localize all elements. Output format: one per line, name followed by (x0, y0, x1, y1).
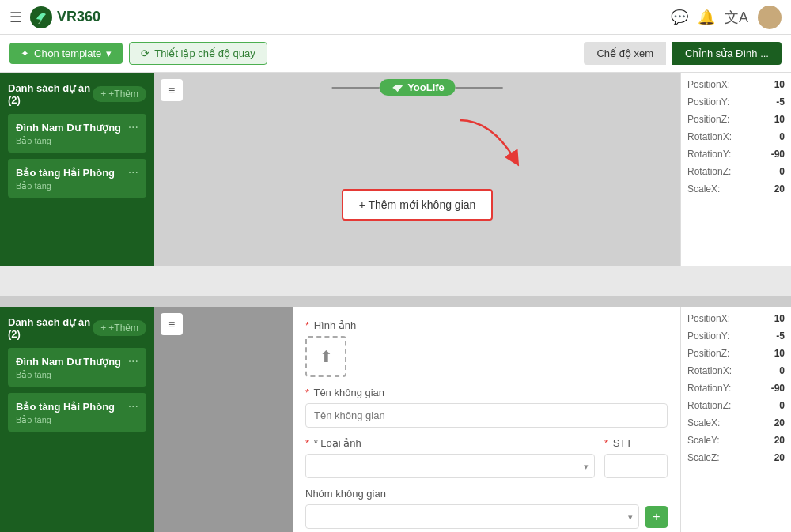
edit-mode-button[interactable]: Chỉnh sửa Đình ... (672, 42, 782, 65)
add-btn-label: +Thêm (108, 89, 138, 100)
b-prop-label: PositionZ: (687, 348, 729, 359)
add-group-button[interactable]: + (645, 506, 668, 528)
bottom-right-panel: PositionX: 10 PositionY: -5 PositionZ: 1… (680, 307, 791, 532)
sidebar: Danh sách dự án (2) + +Thêm Đình Nam Dư … (0, 73, 154, 266)
order-label-text: STT (613, 437, 633, 449)
plus-icon: + (100, 89, 106, 100)
bottom-project-dots-menu-2[interactable]: ··· (128, 399, 138, 413)
choose-template-button[interactable]: ✦ Chọn template ▾ (9, 43, 123, 64)
project-item[interactable]: Đình Nam Dư Thượng ··· Bảo tàng (8, 114, 146, 153)
bottom-canvas-menu-icon[interactable]: ≡ (161, 313, 183, 335)
b-prop-label: RotationX: (687, 365, 732, 376)
bottom-gray-menu: ≡ (154, 307, 293, 341)
main-content: Danh sách dự án (2) + +Thêm Đình Nam Dư … (0, 73, 791, 266)
prop-label: RotationY: (687, 149, 731, 160)
image-section-label: * Hình ảnh (305, 319, 668, 331)
prop-label: PositionX: (687, 79, 730, 90)
canvas-area: ≡ YooLife (154, 73, 680, 266)
bottom-project-name: Đình Nam Dư Thượng (16, 356, 121, 368)
type-select[interactable] (305, 454, 595, 478)
yoolife-line-right (456, 87, 503, 89)
prop-value: 10 (774, 79, 785, 90)
prop-label: RotationZ: (687, 166, 731, 177)
header: ☰ VR360 💬 🔔 文A (0, 0, 791, 35)
group-select-wrap: ▾ (305, 504, 639, 529)
b-prop-row-scalez: ScaleZ: 20 (687, 452, 785, 463)
bottom-add-btn-label: +Thêm (108, 323, 138, 334)
type-label: * * Loại ảnh (305, 437, 595, 449)
bottom-sidebar: Danh sách dự án (2) + +Thêm Đình Nam Dư … (0, 307, 154, 532)
prop-row-positiony: PositionY: -5 (687, 96, 785, 108)
chat-icon[interactable]: 💬 (671, 9, 688, 26)
b-prop-value: 20 (774, 452, 785, 463)
order-col: * STT (604, 437, 668, 478)
b-prop-value: 0 (779, 365, 785, 376)
yoolife-logo-icon (390, 82, 404, 93)
b-prop-label: RotationZ: (687, 400, 731, 411)
prop-label: ScaleX: (687, 183, 720, 194)
b-prop-label: PositionX: (687, 313, 730, 324)
bottom-sidebar-title: Danh sách dự án (2) (8, 316, 93, 340)
add-project-button[interactable]: + +Thêm (93, 86, 146, 102)
view-mode-button[interactable]: Chế độ xem (584, 42, 666, 65)
b-prop-value: -90 (771, 383, 785, 394)
prop-row-rotationx: RotationX: 0 (687, 131, 785, 142)
prop-value: 20 (774, 183, 785, 194)
canvas-menu-icon[interactable]: ≡ (161, 79, 183, 101)
setup-mode-button[interactable]: ⟳ Thiết lập chế độ quay (129, 42, 267, 65)
type-label-text: * Loại ảnh (314, 437, 361, 449)
group-select[interactable] (305, 504, 639, 529)
toolbar: ✦ Chọn template ▾ ⟳ Thiết lập chế độ qua… (0, 35, 791, 73)
menu-icon[interactable]: ☰ (9, 9, 22, 26)
setup-mode-label: Thiết lập chế độ quay (154, 47, 255, 59)
b-prop-row-rotationx: RotationX: 0 (687, 365, 785, 376)
choose-template-label: Chọn template (34, 47, 101, 59)
type-order-row: * * Loại ảnh ▾ * STT (305, 437, 668, 478)
project-dots-menu[interactable]: ··· (128, 165, 138, 179)
prop-value: 0 (779, 166, 785, 177)
prop-row-positionz: PositionZ: 10 (687, 114, 785, 125)
translate-icon[interactable]: 文A (725, 8, 748, 27)
bell-icon[interactable]: 🔔 (698, 9, 715, 26)
group-label-text: Nhóm không gian (305, 488, 386, 500)
order-input[interactable] (604, 454, 668, 478)
bottom-project-dots-menu[interactable]: ··· (128, 354, 138, 368)
edit-mode-label: Chỉnh sửa Đình ... (685, 47, 769, 59)
type-select-wrap: ▾ (305, 454, 595, 478)
bottom-form: * Hình ảnh ⬆ * Tên không gian * * Loại ả… (293, 307, 680, 532)
sidebar-header: Danh sách dự án (2) + +Thêm (8, 82, 146, 106)
b-prop-value: -5 (776, 330, 785, 341)
prop-value: 10 (774, 114, 785, 125)
yoolife-badge: YooLife (379, 79, 456, 96)
bottom-add-project-button[interactable]: + +Thêm (93, 320, 146, 336)
dropdown-arrow: ▾ (106, 47, 112, 59)
b-prop-value: 20 (774, 417, 785, 428)
b-prop-value: 0 (779, 400, 785, 411)
bottom-gray-area: ≡ (154, 307, 293, 532)
b-prop-row-scalex: ScaleX: 20 (687, 417, 785, 428)
plus-icon: + (100, 323, 106, 334)
b-prop-value: 20 (774, 435, 785, 446)
add-space-button[interactable]: + Thêm mới không gian (342, 189, 494, 221)
project-item[interactable]: Bảo tàng Hải Phòng ··· Bảo tàng (8, 159, 146, 198)
b-prop-row-positiony: PositionY: -5 (687, 330, 785, 341)
type-col: * * Loại ảnh ▾ (305, 437, 595, 478)
yoolife-text: YooLife (407, 81, 445, 93)
b-prop-value: 10 (774, 348, 785, 359)
project-dots-menu[interactable]: ··· (128, 120, 138, 134)
upload-icon: ⬆ (320, 347, 333, 366)
layout-wrapper: ✦ Chọn template ▾ ⟳ Thiết lập chế độ qua… (0, 35, 791, 532)
b-prop-row-scaley: ScaleY: 20 (687, 435, 785, 446)
bottom-section: Danh sách dự án (2) + +Thêm Đình Nam Dư … (0, 307, 791, 532)
bottom-project-item[interactable]: Đình Nam Dư Thượng ··· Bảo tàng (8, 348, 146, 387)
avatar[interactable] (758, 6, 782, 29)
space-name-input[interactable] (305, 403, 668, 428)
image-upload-box[interactable]: ⬆ (305, 336, 346, 377)
bottom-project-item-2[interactable]: Bảo tàng Hải Phòng ··· Bảo tàng (8, 393, 146, 432)
logo-icon (30, 6, 52, 28)
top-section: ✦ Chọn template ▾ ⟳ Thiết lập chế độ qua… (0, 35, 791, 300)
b-prop-value: 10 (774, 313, 785, 324)
section-divider (0, 300, 791, 307)
b-prop-label: RotationY: (687, 383, 731, 394)
header-actions: 💬 🔔 文A (671, 6, 782, 29)
